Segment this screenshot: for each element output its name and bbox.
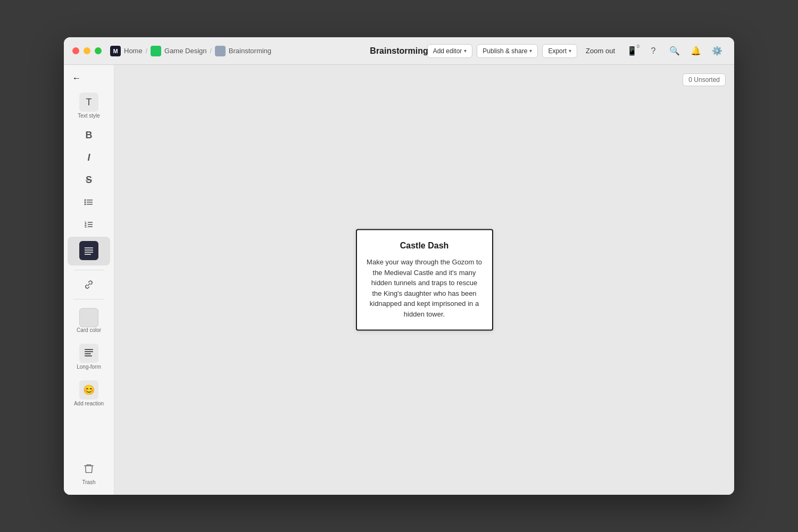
search-icon: 🔍 — [669, 46, 680, 56]
text-style-label: Text style — [78, 113, 100, 119]
svg-rect-17 — [85, 351, 93, 352]
card-body[interactable]: Make your way through the Gozom to the M… — [367, 257, 483, 319]
breadcrumb-sep-1: / — [146, 47, 147, 55]
sidebar-text-style[interactable]: T Text style — [68, 88, 110, 123]
maximize-button[interactable] — [95, 47, 102, 54]
help-icon: ? — [651, 46, 656, 56]
export-label: Export — [548, 47, 567, 55]
sidebar-divider-1 — [74, 270, 104, 270]
card-title: Castle Dash — [367, 241, 483, 251]
add-editor-label: Add editor — [433, 47, 462, 55]
canvas[interactable]: 0 Unsorted Castle Dash Make your way thr… — [114, 65, 734, 495]
game-design-icon — [151, 46, 161, 56]
export-chevron: ▾ — [569, 48, 571, 54]
search-button[interactable]: 🔍 — [666, 43, 683, 60]
mobile-badge: 0 — [637, 44, 639, 49]
publish-share-label: Publish & share — [483, 47, 527, 55]
align-button[interactable] — [68, 237, 110, 265]
gear-icon: ⚙️ — [712, 46, 722, 56]
mobile-icon: 📱 — [627, 46, 637, 56]
sidebar-card-color[interactable]: Card color — [68, 304, 110, 337]
numbered-list-button[interactable]: 1. 2. 3. — [68, 215, 110, 234]
card-color-label: Card color — [77, 327, 101, 333]
sidebar-add-reaction[interactable]: 😊 Add reaction — [68, 376, 110, 411]
sidebar: ← T Text style B I S — [64, 65, 114, 495]
bold-button[interactable]: B — [68, 126, 110, 145]
breadcrumb-brainstorming-label: Brainstorming — [229, 47, 271, 55]
titlebar: M Home / Game Design / Brainstorming Bra… — [64, 37, 734, 65]
sidebar-back-button[interactable]: ← — [64, 69, 114, 87]
numbered-list-icon: 1. 2. 3. — [84, 219, 94, 230]
bullet-list-button[interactable] — [68, 193, 110, 212]
help-button[interactable]: ? — [645, 43, 662, 60]
titlebar-actions: Add editor ▾ Publish & share ▾ Export ▾ … — [427, 43, 726, 60]
breadcrumb-home-label: Home — [124, 47, 143, 55]
breadcrumb-brainstorming[interactable]: Brainstorming — [215, 46, 271, 56]
traffic-lights — [72, 47, 102, 54]
svg-text:3.: 3. — [85, 225, 87, 228]
settings-button[interactable]: ⚙️ — [709, 43, 726, 60]
sidebar-divider-2 — [74, 299, 104, 300]
notifications-button[interactable]: 🔔 — [687, 43, 704, 60]
canvas-area: 0 Unsorted Castle Dash Make your way thr… — [114, 65, 734, 495]
trash-icon — [79, 459, 98, 478]
long-form-label: Long-form — [77, 364, 101, 370]
add-reaction-label: Add reaction — [74, 401, 104, 406]
brainstorming-icon — [215, 46, 226, 56]
sidebar-long-form[interactable]: Long-form — [68, 339, 110, 374]
breadcrumb-game-design[interactable]: Game Design — [151, 46, 206, 56]
link-icon — [84, 279, 94, 290]
breadcrumb-sep-2: / — [210, 47, 212, 55]
strikethrough-button[interactable]: S — [68, 170, 110, 189]
breadcrumb: M Home / Game Design / Brainstorming — [110, 46, 271, 56]
svg-rect-19 — [85, 355, 92, 356]
svg-rect-16 — [85, 349, 93, 350]
italic-button[interactable]: I — [68, 148, 110, 167]
link-button[interactable] — [68, 275, 110, 294]
publish-chevron: ▾ — [529, 48, 532, 54]
add-editor-chevron: ▾ — [464, 48, 467, 54]
text-style-icon: T — [79, 93, 98, 112]
align-icon — [79, 241, 98, 260]
card-color-swatch — [79, 308, 98, 327]
trash-label: Trash — [82, 479, 95, 485]
close-button[interactable] — [72, 47, 79, 54]
publish-share-button[interactable]: Publish & share ▾ — [477, 44, 538, 58]
breadcrumb-home[interactable]: M Home — [110, 46, 143, 56]
page-title: Brainstorming — [370, 46, 428, 56]
add-editor-button[interactable]: Add editor ▾ — [427, 44, 473, 58]
export-button[interactable]: Export ▾ — [542, 44, 577, 58]
add-reaction-icon: 😊 — [79, 380, 98, 400]
sidebar-trash[interactable]: Trash — [68, 455, 110, 489]
svg-point-2 — [85, 202, 86, 203]
mobile-preview-button[interactable]: 📱 0 — [624, 43, 641, 60]
bullet-list-icon — [84, 197, 94, 207]
card[interactable]: Castle Dash Make your way through the Go… — [356, 229, 493, 331]
breadcrumb-game-design-label: Game Design — [164, 47, 206, 55]
main-area: ← T Text style B I S — [64, 65, 734, 495]
home-logo-icon: M — [110, 46, 121, 56]
svg-point-0 — [85, 200, 86, 201]
bell-icon: 🔔 — [691, 46, 701, 56]
long-form-icon — [79, 344, 98, 363]
back-arrow-icon: ← — [72, 73, 81, 83]
zoom-out-button[interactable]: Zoom out — [581, 45, 619, 57]
minimize-button[interactable] — [84, 47, 90, 54]
svg-rect-18 — [85, 353, 91, 354]
svg-point-4 — [85, 204, 86, 205]
unsorted-badge[interactable]: 0 Unsorted — [683, 73, 726, 86]
